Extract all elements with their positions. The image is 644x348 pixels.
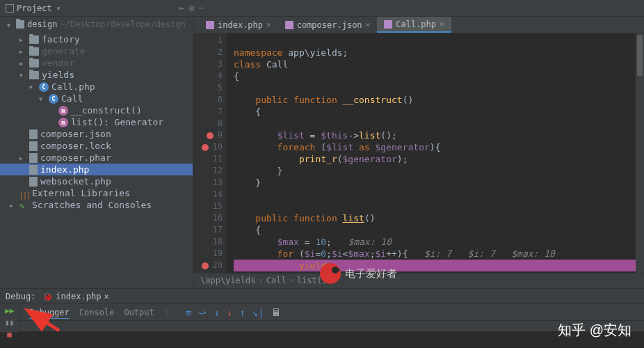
editor-tab-index-php[interactable]: index.php×: [199, 17, 278, 33]
close-icon[interactable]: ×: [266, 20, 271, 29]
tree-item-yields[interactable]: yields: [0, 69, 193, 81]
folder-icon: [29, 35, 39, 44]
chevron-down-icon: ▾: [56, 3, 61, 13]
stop-button[interactable]: ■: [3, 330, 16, 339]
close-icon[interactable]: ×: [366, 20, 371, 29]
tree-item-index-php[interactable]: index.php: [0, 164, 193, 175]
pause-button[interactable]: ▮▮: [3, 318, 16, 327]
class-icon: C: [49, 94, 58, 104]
file-icon: [29, 177, 38, 187]
php-file-icon: [384, 20, 392, 29]
evaluate-icon[interactable]: 🖩: [271, 307, 281, 318]
scratch-icon: [19, 200, 29, 210]
collapse-icon[interactable]: ⇤: [179, 3, 185, 13]
breakpoint-icon[interactable]: [202, 262, 209, 269]
step-into-force-icon[interactable]: ↓: [227, 307, 232, 318]
debugger-tab[interactable]: Debugger: [29, 308, 70, 317]
project-root[interactable]: design ~/Desktop/develope/design: [0, 17, 193, 32]
watermark-bottom: 知乎 @安知: [558, 321, 631, 340]
breadcrumb[interactable]: \app\yields›Call›list(): [193, 273, 644, 288]
folder-icon: [16, 20, 24, 29]
tree-item-websocket-php[interactable]: websocket.php: [0, 175, 193, 187]
debug-controls: ▶▶ ▮▮ ■: [0, 304, 19, 332]
tree-item-call-php[interactable]: CCall.php: [0, 81, 193, 93]
debug-label: Debug:: [6, 292, 35, 301]
editor-tab-Call-php[interactable]: Call.php×: [377, 17, 451, 33]
lib-icon: [19, 189, 29, 198]
show-exec-icon[interactable]: ≡: [186, 307, 191, 318]
breakpoint-icon[interactable]: [207, 132, 214, 139]
file-icon: [29, 129, 38, 139]
tree-item-factory[interactable]: factory: [0, 33, 193, 45]
tree-item-external-libraries[interactable]: External Libraries: [0, 187, 193, 199]
close-icon[interactable]: ×: [440, 19, 444, 29]
folder-icon: [29, 47, 39, 56]
tree-item-list----generator[interactable]: mlist(): Generator: [0, 116, 193, 128]
scrollbar[interactable]: [636, 33, 644, 273]
file-icon: [29, 141, 38, 151]
console-tab[interactable]: Console: [79, 308, 115, 317]
step-into-icon[interactable]: ↓: [214, 307, 219, 318]
folder-icon: [29, 71, 39, 79]
settings-icon[interactable]: ⚙: [189, 3, 195, 13]
breakpoint-icon[interactable]: [202, 144, 209, 151]
tree-item---construct--[interactable]: m__construct(): [0, 104, 193, 116]
tree-item-scratches-and-consoles[interactable]: Scratches and Consoles: [0, 199, 193, 211]
php-file-icon: [285, 21, 293, 29]
tree-item-vendor[interactable]: vendor: [0, 57, 193, 69]
project-sidebar: design ~/Desktop/develope/design factory…: [0, 17, 193, 288]
class-icon: C: [39, 82, 49, 92]
run-to-cursor-icon[interactable]: ↘|: [252, 307, 264, 318]
hide-icon[interactable]: −: [198, 3, 204, 13]
folder-icon: [29, 59, 39, 68]
tree-item-composer-phar[interactable]: composer.phar: [0, 152, 193, 164]
method-icon: m: [58, 118, 68, 127]
tree-item-composer-json[interactable]: composer.json: [0, 128, 193, 140]
editor-tabs: index.php×composer.json×Call.php×: [193, 17, 644, 33]
tree-item-generate[interactable]: generate: [0, 45, 193, 57]
step-over-icon[interactable]: ⤻: [198, 307, 207, 318]
debug-panel: Debug: 🐞 index.php × ▶▶ ▮▮ ■ Debugger Co…: [0, 288, 644, 331]
file-icon: [29, 153, 38, 163]
project-icon: [6, 4, 14, 13]
php-file-icon: [206, 21, 214, 29]
gutter[interactable]: 1234567891011121314151617181920212223: [193, 33, 227, 273]
step-out-icon[interactable]: ↑: [239, 307, 245, 318]
output-tab[interactable]: Output: [124, 308, 154, 317]
tree-item-call[interactable]: CCall: [0, 93, 193, 104]
tree-item-composer-lock[interactable]: composer.lock: [0, 140, 193, 152]
watermark-logo: 电子爱好者: [320, 263, 397, 284]
resume-button[interactable]: ▶▶: [3, 306, 16, 315]
debug-session-tab[interactable]: 🐞 index.php ×: [42, 292, 108, 301]
project-selector[interactable]: Project ▾: [6, 3, 61, 13]
editor-tab-composer-json[interactable]: composer.json×: [278, 17, 378, 33]
code-editor[interactable]: namespace app\yields;class Call{ public …: [227, 33, 644, 273]
method-icon: m: [58, 106, 68, 116]
sidebar-toolbar: ⇤ ⚙ −: [179, 3, 204, 13]
file-icon: [29, 165, 38, 175]
